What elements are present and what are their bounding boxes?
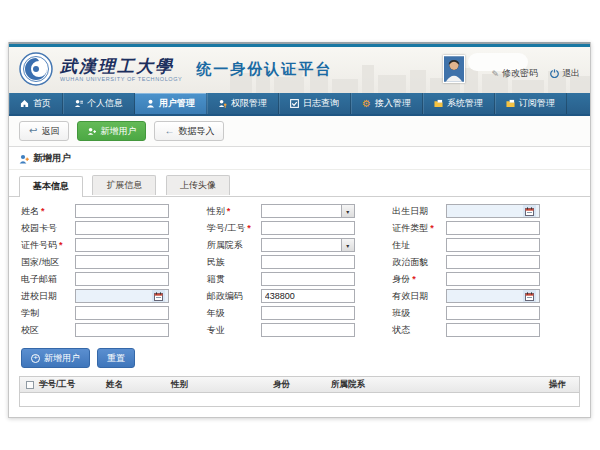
submit-add-user-button[interactable]: + 新增用户 xyxy=(21,348,90,368)
department-select[interactable]: ▾ xyxy=(261,238,355,252)
field-label-text: 校园卡号 xyxy=(21,223,57,233)
pencil-icon: ✎ xyxy=(491,69,499,79)
submit-label: 新增用户 xyxy=(44,352,80,365)
nav-item-subscription-management[interactable]: 订阅管理 xyxy=(495,93,567,114)
identity-input[interactable] xyxy=(446,272,540,286)
field-label-text: 身份 xyxy=(392,274,410,284)
class-input[interactable] xyxy=(446,306,540,320)
field-label-text: 学号/工号 xyxy=(207,223,246,233)
native-place-input[interactable] xyxy=(261,272,355,286)
status-input[interactable] xyxy=(446,323,540,337)
field-label-text: 国家/地区 xyxy=(21,257,60,267)
field-identity: 身份* xyxy=(392,272,578,286)
gender-select[interactable]: ▾ xyxy=(261,204,355,218)
col-actions: 操作 xyxy=(546,379,579,391)
platform-title: 统一身份认证平台 xyxy=(196,60,332,79)
university-logo xyxy=(19,52,53,86)
change-password-link[interactable]: ✎ 修改密码 xyxy=(491,67,538,80)
political-status-input[interactable] xyxy=(446,255,540,269)
nav-label: 权限管理 xyxy=(231,97,267,110)
field-id-type: 证件类型* xyxy=(392,221,578,235)
calendar-icon[interactable] xyxy=(523,290,536,302)
select-all-checkbox[interactable] xyxy=(26,381,34,389)
nav-item-access-management[interactable]: ⚙ 接入管理 xyxy=(351,93,423,114)
tab-basic-info[interactable]: 基本信息 xyxy=(19,176,83,197)
add-user-toolbar-button[interactable]: 新增用户 xyxy=(77,121,146,141)
name-input[interactable] xyxy=(75,204,169,218)
id-number-input[interactable] xyxy=(75,238,169,252)
field-label-text: 校区 xyxy=(21,325,39,335)
tab-extended-info[interactable]: 扩展信息 xyxy=(92,175,156,195)
chevron-down-icon: ▾ xyxy=(341,239,354,251)
field-label: 邮政编码 xyxy=(207,290,261,303)
schooling-length-input[interactable] xyxy=(75,306,169,320)
table-header-row: 学号/工号 姓名 性别 身份 所属院系 操作 xyxy=(20,377,579,393)
birth-date-input[interactable] xyxy=(446,204,540,218)
field-label: 政治面貌 xyxy=(392,256,446,269)
field-gender: 性别* ▾ xyxy=(207,204,393,218)
col-student-no: 学号/工号 xyxy=(36,379,103,391)
nav-label: 接入管理 xyxy=(375,97,411,110)
field-class: 班级 xyxy=(392,306,578,320)
field-label-text: 班级 xyxy=(392,308,410,318)
field-label: 学制 xyxy=(21,307,75,320)
user-avatar[interactable] xyxy=(443,55,465,83)
nav-label: 订阅管理 xyxy=(519,97,555,110)
nav-label: 首页 xyxy=(33,97,51,110)
field-label: 电子邮箱 xyxy=(21,273,75,286)
required-mark: * xyxy=(59,240,63,250)
campus-card-input[interactable] xyxy=(75,221,169,235)
university-english-name: WUHAN UNIVERSITY OF TECHNOLOGY xyxy=(60,76,182,82)
form-actions: + 新增用户 重置 xyxy=(9,341,590,376)
nav-label: 日志查询 xyxy=(303,97,339,110)
campus-input[interactable] xyxy=(75,323,169,337)
email-input[interactable] xyxy=(75,272,169,286)
field-label-text: 状态 xyxy=(392,325,410,335)
user-table: 学号/工号 姓名 性别 身份 所属院系 操作 xyxy=(19,376,580,407)
field-label-text: 学制 xyxy=(21,308,39,318)
id-type-input[interactable] xyxy=(446,221,540,235)
nav-label: 个人信息 xyxy=(87,97,123,110)
field-label: 民族 xyxy=(207,256,261,269)
field-label: 身份* xyxy=(392,273,446,286)
field-label: 证件类型* xyxy=(392,222,446,235)
nav-item-log-query[interactable]: 日志查询 xyxy=(279,93,351,114)
reset-button[interactable]: 重置 xyxy=(97,348,135,368)
nav-item-profile[interactable]: 个人信息 xyxy=(63,93,135,114)
field-label-text: 性别 xyxy=(207,206,225,216)
nav-item-system-management[interactable]: 系统管理 xyxy=(423,93,495,114)
calendar-icon[interactable] xyxy=(523,205,536,217)
section-title: 新增用户 xyxy=(33,152,71,165)
data-import-label: 数据导入 xyxy=(178,125,214,138)
field-label: 专业 xyxy=(207,324,261,337)
logout-link[interactable]: 退出 xyxy=(550,67,580,80)
nav-item-permission-management[interactable]: 权限管理 xyxy=(207,93,279,114)
field-label: 有效日期 xyxy=(392,290,446,303)
field-label-text: 邮政编码 xyxy=(207,291,243,301)
field-label-text: 籍贯 xyxy=(207,274,225,284)
enroll-date-input[interactable] xyxy=(75,289,169,303)
field-label-text: 年级 xyxy=(207,308,225,318)
address-input[interactable] xyxy=(446,238,540,252)
data-import-button[interactable]: ← 数据导入 xyxy=(154,121,224,141)
student-no-input[interactable] xyxy=(261,221,355,235)
ethnicity-input[interactable] xyxy=(261,255,355,269)
col-name: 姓名 xyxy=(103,379,168,391)
postal-code-input[interactable] xyxy=(261,289,355,303)
field-label: 进校日期 xyxy=(21,290,75,303)
country-input[interactable] xyxy=(75,255,169,269)
valid-date-input[interactable] xyxy=(446,289,540,303)
required-mark: * xyxy=(430,223,434,233)
col-department: 所属院系 xyxy=(328,379,546,391)
tab-upload-photo[interactable]: 上传头像 xyxy=(166,175,230,195)
field-enroll-date: 进校日期 xyxy=(21,289,207,303)
calendar-icon[interactable] xyxy=(152,290,165,302)
grade-input[interactable] xyxy=(261,306,355,320)
required-mark: * xyxy=(412,274,416,284)
folder-icon xyxy=(434,99,443,108)
nav-item-user-management[interactable]: 用户管理 xyxy=(135,93,207,114)
back-button[interactable]: ↩ 返回 xyxy=(19,121,69,141)
field-schooling-length: 学制 xyxy=(21,306,207,320)
nav-item-home[interactable]: 首页 xyxy=(9,93,63,114)
major-input[interactable] xyxy=(261,323,355,337)
